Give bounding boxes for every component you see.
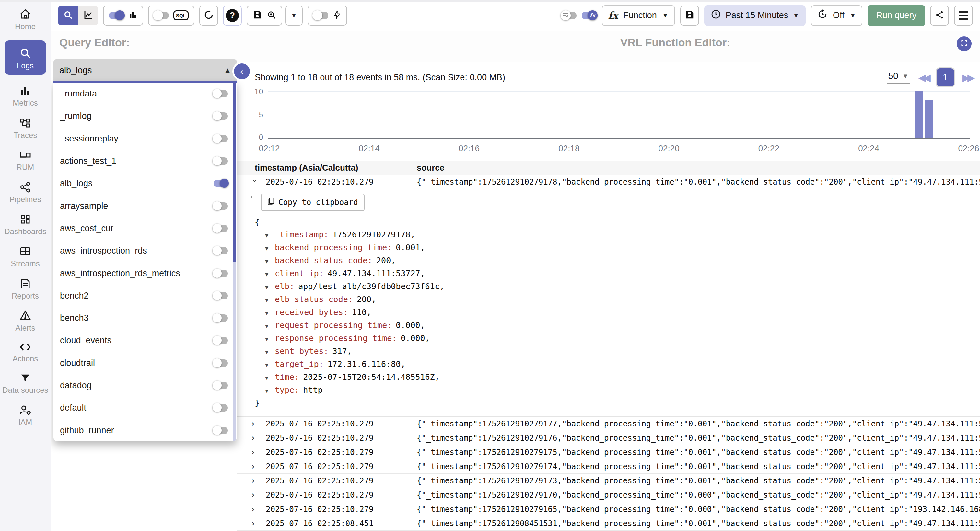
fullscreen-button[interactable]: [957, 36, 972, 51]
stream-toggle[interactable]: [213, 157, 228, 165]
stream-toggle[interactable]: [213, 202, 228, 210]
log-row[interactable]: › 2025-07-16 02:25:10.279 {"_timestamp":…: [237, 488, 980, 502]
tab-chart-mode[interactable]: [78, 6, 98, 25]
collapse-field-icon[interactable]: ▼: [265, 268, 275, 281]
time-range-picker[interactable]: Past 15 Minutes ▼: [704, 5, 806, 26]
collapse-field-icon[interactable]: ▼: [265, 346, 275, 358]
stream-list-item[interactable]: alb_logs: [54, 172, 232, 195]
timestamp-column-header[interactable]: timestamp (Asia/Calcutta): [255, 163, 417, 173]
sidebar-item-rum[interactable]: RUM: [16, 149, 34, 171]
wrap-lines-toggle[interactable]: [562, 12, 576, 19]
next-page-button[interactable]: ▶▶: [963, 72, 972, 83]
log-row[interactable]: › 2025-07-16 02:25:10.279 {"_timestamp":…: [237, 431, 980, 445]
collapse-field-icon[interactable]: ▼: [265, 307, 275, 319]
collapse-field-icon[interactable]: ▼: [265, 281, 275, 293]
stream-list-item[interactable]: actions_test_1: [54, 150, 232, 172]
tab-search-mode[interactable]: [58, 6, 78, 25]
histogram-toggle[interactable]: [109, 12, 124, 19]
reset-filters-button[interactable]: [199, 5, 218, 25]
stream-toggle[interactable]: [213, 314, 228, 322]
sidebar-item-data-sources[interactable]: Data sources: [2, 372, 48, 394]
collapse-field-icon[interactable]: ▼: [265, 320, 275, 332]
stream-toggle[interactable]: [213, 427, 228, 434]
stream-list-item[interactable]: default: [54, 396, 232, 419]
collapse-field-icon[interactable]: ▼: [265, 242, 275, 255]
chevron-right-icon[interactable]: ›: [250, 475, 266, 486]
help-button[interactable]: ?: [223, 5, 242, 25]
chevron-down-icon[interactable]: ›: [250, 178, 260, 187]
collapse-field-icon[interactable]: ▼: [265, 333, 275, 345]
stream-list-item[interactable]: cloud_events: [54, 329, 232, 352]
collapse-field-icon[interactable]: ▼: [265, 294, 275, 306]
collapse-dropdown-icon[interactable]: ▲: [224, 66, 231, 74]
sidebar-item-metrics[interactable]: Metrics: [13, 85, 38, 107]
saved-search-dropdown[interactable]: ▼: [285, 5, 303, 25]
page-size-select[interactable]: 50 ▼: [887, 71, 910, 84]
sidebar-item-streams[interactable]: Streams: [11, 246, 40, 268]
function-dropdown[interactable]: fx Function ▼: [602, 5, 675, 26]
log-row[interactable]: › 2025-07-16 02:25:10.279 {"_timestamp":…: [237, 474, 980, 488]
log-row[interactable]: › 2025-07-16 02:25:10.279 {"_timestamp":…: [237, 502, 980, 517]
collapse-field-icon[interactable]: ▼: [265, 359, 275, 371]
stream-list-item[interactable]: bench3: [54, 307, 232, 329]
collapse-field-icon[interactable]: ▼: [265, 372, 275, 384]
stream-toggle[interactable]: [213, 225, 228, 232]
log-row[interactable]: › 2025-07-16 02:25:10.279 {"_timestamp":…: [237, 417, 980, 431]
stream-list-item[interactable]: bench2: [54, 285, 232, 307]
sidebar-item-pipelines[interactable]: Pipelines: [10, 181, 41, 203]
chevron-right-icon[interactable]: ›: [250, 447, 266, 458]
stream-toggle[interactable]: [213, 404, 228, 412]
run-query-button[interactable]: Run query: [867, 5, 925, 26]
log-row[interactable]: › 2025-07-16 02:25:10.279 {"_timestamp":…: [237, 445, 980, 460]
log-row[interactable]: › 2025-07-16 02:25:10.279 {"_timestamp":…: [237, 460, 980, 474]
collapse-panel-button[interactable]: ‹: [234, 63, 250, 79]
quick-mode-toggle[interactable]: [313, 12, 328, 19]
sidebar-item-traces[interactable]: Traces: [14, 117, 37, 139]
stream-list-item[interactable]: github_runner: [54, 419, 232, 441]
menu-button[interactable]: [954, 5, 973, 25]
sidebar-item-actions[interactable]: Actions: [13, 342, 38, 363]
stream-list-scrollbar[interactable]: [233, 82, 236, 441]
stream-search-input[interactable]: [59, 65, 224, 75]
source-column-header[interactable]: source: [417, 163, 444, 173]
stream-list-item[interactable]: aws_introspection_rds: [54, 239, 232, 262]
stream-toggle[interactable]: [213, 113, 228, 120]
refresh-interval-dropdown[interactable]: Off ▼: [811, 5, 862, 26]
log-row[interactable]: › 2025-07-16 02:25:08.451 {"_timestamp":…: [237, 517, 980, 531]
collapse-field-icon[interactable]: ▼: [265, 255, 275, 268]
chevron-right-icon[interactable]: ›: [250, 433, 266, 443]
chevron-right-icon[interactable]: ›: [250, 490, 266, 500]
saved-search-list-icon[interactable]: [267, 10, 277, 21]
stream-toggle[interactable]: [213, 382, 228, 389]
sidebar-item-home[interactable]: Home: [15, 8, 36, 30]
stream-toggle[interactable]: [213, 247, 228, 255]
stream-list-item[interactable]: arraysample: [54, 195, 232, 217]
chevron-right-icon[interactable]: ›: [250, 461, 266, 472]
save-function-button[interactable]: [680, 5, 699, 25]
log-row-expanded[interactable]: › 2025-07-16 02:25:10.279 {"_timestamp":…: [237, 175, 980, 189]
stream-toggle[interactable]: [213, 180, 228, 187]
collapse-field-icon[interactable]: ▼: [265, 385, 275, 397]
chevron-right-icon[interactable]: ›: [250, 504, 266, 515]
stream-toggle[interactable]: [213, 90, 228, 97]
vrl-editor-toggle[interactable]: fx: [582, 12, 597, 19]
stream-list-item[interactable]: _rumdata: [54, 82, 232, 105]
stream-list-item[interactable]: aws_introspection_rds_metrics: [54, 262, 232, 284]
save-search-icon[interactable]: [253, 10, 262, 21]
stream-toggle[interactable]: [213, 270, 228, 277]
sidebar-item-iam[interactable]: IAM: [19, 404, 32, 426]
stream-list-item[interactable]: aws_cost_cur: [54, 217, 232, 239]
collapse-field-icon[interactable]: ▼: [265, 229, 275, 241]
stream-toggle[interactable]: [213, 337, 228, 344]
stream-list-item[interactable]: datadog: [54, 374, 232, 396]
stream-list-item[interactable]: _sessionreplay: [54, 128, 232, 150]
stream-toggle[interactable]: [213, 292, 228, 300]
sidebar-item-reports[interactable]: Reports: [12, 278, 39, 300]
current-page-button[interactable]: 1: [937, 68, 954, 86]
chevron-right-icon[interactable]: ›: [250, 418, 266, 429]
sidebar-item-dashboards[interactable]: Dashboards: [4, 213, 46, 235]
sidebar-item-alerts[interactable]: Alerts: [15, 310, 35, 332]
stream-toggle[interactable]: [213, 135, 228, 143]
prev-page-button[interactable]: ◀◀: [918, 72, 928, 83]
stream-list-item[interactable]: cloudtrail: [54, 352, 232, 374]
